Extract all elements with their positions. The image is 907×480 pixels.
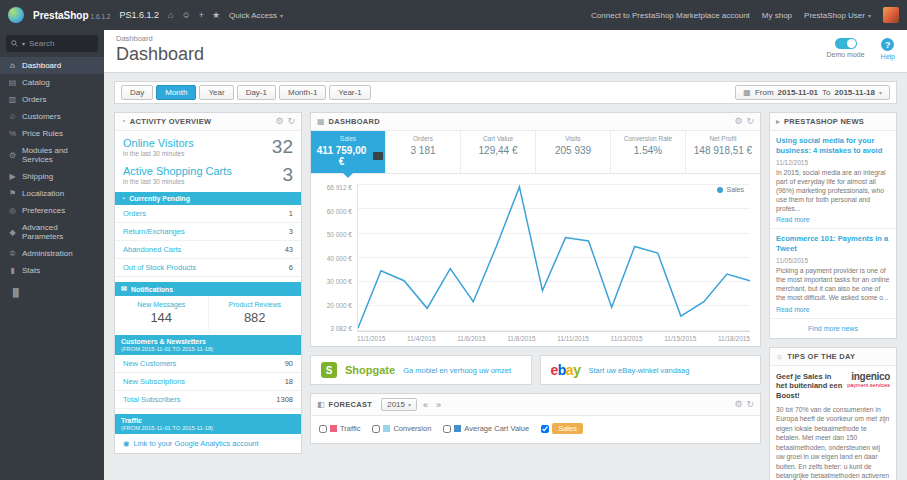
- online-visitors-sub: in the last 30 minutes: [123, 150, 194, 157]
- user-menu[interactable]: PrestaShop User▾: [804, 11, 871, 20]
- ingenico-name: ingenico: [847, 372, 890, 382]
- pending-row-out-of-stock[interactable]: Out of Stock Products6: [115, 259, 301, 277]
- sidebar-item-label: Catalog: [22, 78, 50, 87]
- find-more-news-link[interactable]: Find more news: [770, 318, 896, 338]
- customers-row-new-subscriptions[interactable]: New Subscriptions18: [115, 373, 301, 391]
- online-visitors-value: 32: [272, 137, 293, 156]
- sidebar-item-customers[interactable]: ☺Customers: [0, 108, 104, 125]
- forecast-legend-traffic[interactable]: Traffic: [319, 424, 360, 433]
- kpi-value: 129,44 €: [463, 145, 533, 156]
- sidebar-item-administration[interactable]: ♔Administration: [0, 245, 104, 262]
- sidebar-item-dashboard[interactable]: ⌂Dashboard: [0, 57, 104, 74]
- my-shop-link[interactable]: My shop: [762, 11, 792, 20]
- pending-row-orders[interactable]: Orders1: [115, 205, 301, 223]
- marketplace-connect-link[interactable]: Connect to PrestaShop Marketplace accoun…: [591, 11, 750, 20]
- demo-mode-toggle[interactable]: [835, 38, 857, 49]
- range-day-1-button[interactable]: Day-1: [237, 85, 276, 100]
- refresh-icon[interactable]: ↻: [746, 400, 754, 409]
- page-header: Dashboard Dashboard Demo mode ? Help: [104, 30, 907, 73]
- breadcrumb: Dashboard: [116, 34, 204, 43]
- gear-icon[interactable]: ⚙: [275, 117, 283, 126]
- ebay-cta-link[interactable]: Start uw eBay-winkel vandaag: [588, 366, 689, 375]
- range-month-1-button[interactable]: Month-1: [279, 85, 326, 100]
- customers-newsletters-title: Customers & Newsletters: [121, 338, 206, 345]
- read-more-link[interactable]: Read more: [776, 306, 890, 313]
- news-icon: ▸: [776, 117, 780, 126]
- forecast-legend-average-cart-value[interactable]: Average Cart Value: [443, 424, 529, 433]
- quick-access-menu[interactable]: Quick Access▾: [229, 11, 283, 20]
- sidebar-item-shipping[interactable]: ▶Shipping: [0, 168, 104, 185]
- prev-year-button[interactable]: «: [421, 400, 430, 410]
- range-year-button[interactable]: Year: [199, 85, 233, 100]
- sidebar-nav: ⌂Dashboard ▤Catalog ▥Orders ☺Customers %…: [0, 57, 104, 279]
- kpi-net-profit[interactable]: Net Profit 148 918,51 €: [686, 131, 760, 173]
- from-label: From: [755, 88, 774, 97]
- stat-label: New Messages: [117, 301, 206, 308]
- average-cart-value-checkbox[interactable]: [443, 425, 451, 433]
- shopgate-module-box: S Shopgate Ga mobiel en verhoog uw omzet: [310, 355, 532, 385]
- range-month-button[interactable]: Month: [156, 85, 196, 100]
- sidebar-item-localization[interactable]: ⚑Localization: [0, 185, 104, 202]
- kpi-conversion-rate[interactable]: Conversion Rate 1.54%: [611, 131, 686, 173]
- traffic-title: Traffic: [121, 417, 142, 424]
- forecast-legend-sales[interactable]: Sales: [541, 423, 583, 434]
- sidebar-item-preferences[interactable]: ◎Preferences: [0, 202, 104, 219]
- sidebar-item-advanced-parameters[interactable]: ◆Advanced Parameters: [0, 219, 104, 245]
- localization-icon: ⚑: [8, 189, 17, 198]
- traffic-checkbox[interactable]: [319, 425, 327, 433]
- sidebar-item-orders[interactable]: ▥Orders: [0, 91, 104, 108]
- chart-legend[interactable]: Sales: [717, 186, 744, 193]
- tips-heading: Geef je Sales in het buitenland een Boos…: [776, 372, 843, 401]
- sidebar-item-label: Customers: [22, 112, 61, 121]
- google-analytics-link[interactable]: ◉Link to your Google Analytics account: [115, 434, 301, 453]
- add-icon[interactable]: +: [199, 10, 204, 20]
- kpi-cart-value[interactable]: Cart Value 129,44 €: [461, 131, 536, 173]
- kpi-sales[interactable]: Sales 411 759,00 €: [311, 131, 386, 173]
- sidebar-item-catalog[interactable]: ▤Catalog: [0, 74, 104, 91]
- product-reviews-stat[interactable]: Product Reviews882: [208, 296, 302, 330]
- forecast-year-select[interactable]: 2015▾: [381, 398, 417, 411]
- conversion-checkbox[interactable]: [372, 425, 380, 433]
- article-title-link[interactable]: Using social media for your business: 4 …: [776, 136, 890, 156]
- collapse-sidebar-icon[interactable]: ▐▌: [0, 279, 104, 306]
- customers-row-new-customers[interactable]: New Customers90: [115, 355, 301, 373]
- pending-row-abandoned-carts[interactable]: Abandoned Carts43: [115, 241, 301, 259]
- sidebar-item-price-rules[interactable]: %Price Rules: [0, 125, 104, 142]
- trophy-icon[interactable]: ★: [212, 10, 220, 20]
- employees-icon[interactable]: ☺: [181, 10, 190, 20]
- sales-checkbox[interactable]: [541, 425, 549, 433]
- new-messages-stat[interactable]: New Messages144: [115, 296, 208, 330]
- help-icon[interactable]: ?: [881, 38, 894, 51]
- chevron-down-icon: ▾: [408, 401, 411, 408]
- avatar[interactable]: [883, 7, 899, 23]
- customers-row-total-subscribers[interactable]: Total Subscribers1308: [115, 391, 301, 409]
- date-range-picker[interactable]: ▦ From 2015-11-01 To 2015-11-18 ▾: [735, 85, 890, 100]
- dashboard-icon: ⌂: [8, 61, 17, 70]
- gear-icon[interactable]: ⚙: [734, 117, 742, 126]
- search-input[interactable]: [29, 39, 93, 48]
- refresh-icon[interactable]: ↻: [746, 117, 754, 126]
- article-title-link[interactable]: Ecommerce 101: Payments in a Tweet: [776, 234, 890, 254]
- sidebar-search[interactable]: ▾: [6, 35, 98, 52]
- sales-trend-badge[interactable]: [373, 152, 383, 160]
- ebay-module-box: ebay Start uw eBay-winkel vandaag: [540, 355, 762, 385]
- sidebar-item-modules[interactable]: ⚙Modules and Services: [0, 142, 104, 168]
- kpi-label: Cart Value: [463, 135, 533, 142]
- forecast-legend-conversion[interactable]: Conversion: [372, 424, 431, 433]
- kpi-orders[interactable]: Orders 3 181: [386, 131, 461, 173]
- shop-icon[interactable]: ⌂: [168, 10, 173, 20]
- active-carts-sub: in the last 30 minutes: [123, 178, 232, 185]
- pending-row-returns[interactable]: Return/Exchanges3: [115, 223, 301, 241]
- sidebar-item-stats[interactable]: ▮Stats: [0, 262, 104, 279]
- next-year-button[interactable]: »: [434, 400, 443, 410]
- range-year-1-button[interactable]: Year-1: [329, 85, 370, 100]
- kpi-visits[interactable]: Visits 205 939: [536, 131, 611, 173]
- shopgate-cta-link[interactable]: Ga mobiel en verhoog uw omzet: [403, 366, 511, 375]
- refresh-icon[interactable]: ↻: [287, 117, 295, 126]
- y-tick: 3 082 €: [321, 325, 352, 332]
- forecast-year-value: 2015: [387, 400, 405, 409]
- range-day-button[interactable]: Day: [121, 85, 153, 100]
- gear-icon[interactable]: ⚙: [734, 400, 742, 409]
- price-rules-icon: %: [8, 129, 17, 138]
- read-more-link[interactable]: Read more: [776, 216, 890, 223]
